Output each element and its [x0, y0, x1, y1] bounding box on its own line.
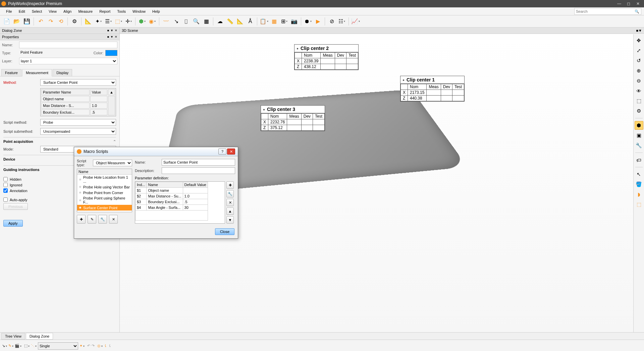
compass-icon[interactable]: Å: [246, 17, 255, 26]
clapper-icon[interactable]: 🎬: [15, 344, 21, 348]
freehand-icon[interactable]: 〰: [161, 17, 171, 26]
magnify-icon[interactable]: 🔍: [192, 17, 201, 26]
sphere-icon[interactable]: ◉: [148, 17, 157, 26]
name-input[interactable]: [19, 42, 117, 48]
edit-script-button[interactable]: ✎: [88, 215, 96, 224]
mode-select-bottom[interactable]: Single: [38, 342, 78, 350]
down-param-button[interactable]: ▼: [226, 216, 234, 224]
callout-clip-center-1[interactable]: Clip center 1 NomMeasDevTest X2173.15 Z4…: [400, 76, 465, 102]
dialog-close-button[interactable]: ✕: [227, 149, 235, 155]
edit-tool-icon[interactable]: ✎: [8, 344, 13, 348]
dots-icon[interactable]: ⋱: [31, 344, 37, 348]
menu-view[interactable]: View: [45, 8, 60, 15]
filter-icon[interactable]: ⬚: [24, 344, 30, 348]
section-icon[interactable]: ⌷: [181, 17, 191, 26]
record-icon[interactable]: ⏺: [303, 17, 313, 26]
camera-icon[interactable]: 📷: [289, 17, 299, 26]
spark-icon[interactable]: ✦: [79, 344, 85, 348]
arm2-icon[interactable]: ⤹: [108, 344, 111, 348]
zoom-out-icon[interactable]: ⊖: [635, 76, 643, 85]
param-def-table[interactable]: Ind...NameDefault Value $1Object name $2…: [135, 181, 225, 224]
previous-button[interactable]: Previous: [3, 203, 28, 210]
options-icon[interactable]: ⚙: [70, 17, 79, 26]
script-item[interactable]: ★Probe Hole using Vector Bar: [77, 184, 132, 190]
play-icon[interactable]: ▶: [313, 17, 323, 26]
panel-dropdown-icon[interactable]: ▼: [110, 29, 113, 32]
panel-pin-icon[interactable]: ■: [636, 28, 638, 33]
snapshot-icon[interactable]: ▦: [269, 17, 279, 26]
script-submethod-select[interactable]: Uncompensated: [40, 128, 116, 135]
redo-icon[interactable]: ↷: [46, 17, 55, 26]
autoapply-checkbox[interactable]: [3, 197, 8, 202]
refresh-icon[interactable]: ⟲: [56, 17, 65, 26]
crop-icon[interactable]: ⬚: [635, 200, 643, 209]
callout-clip-center-2[interactable]: Clip center 2 NomMeasDevTest X2238.39 Z4…: [294, 44, 359, 70]
menu-report[interactable]: Report: [96, 8, 114, 15]
apply-button[interactable]: Apply: [3, 220, 23, 227]
new-icon[interactable]: 📄: [2, 17, 11, 26]
hidden-checkbox[interactable]: [3, 177, 8, 181]
save-icon[interactable]: 💾: [22, 17, 32, 26]
cloud-icon[interactable]: ☁: [215, 17, 225, 26]
measure-dist-icon[interactable]: ↘: [171, 17, 181, 26]
fit-icon[interactable]: ⤢: [635, 46, 643, 55]
method-select[interactable]: Surface Center Point: [40, 79, 116, 86]
add-param-button[interactable]: ✚: [226, 181, 234, 189]
open-icon[interactable]: 📂: [12, 17, 21, 26]
script-list[interactable]: Name ★Probe Hole Location from 1 ... ★Pr…: [77, 169, 132, 212]
chart-icon[interactable]: 📈: [351, 17, 360, 26]
panel-dropdown-icon[interactable]: ▼: [638, 28, 642, 33]
zoom-in-icon[interactable]: ⊕: [635, 66, 643, 75]
align-icon[interactable]: ✦: [94, 17, 103, 26]
shaded-icon[interactable]: ⬢: [635, 121, 643, 130]
menu-tools[interactable]: Tools: [114, 8, 129, 15]
callout-clip-center-3[interactable]: Clip center 3 NomMeasDevTest X2232.76 Z3…: [261, 105, 325, 131]
script-item[interactable]: ★Probe Point from Corner: [77, 190, 132, 195]
probe2-icon[interactable]: 📐: [235, 17, 245, 26]
undo-icon[interactable]: ↶: [36, 17, 45, 26]
panel-pin-icon[interactable]: ■: [107, 29, 109, 32]
grid-icon[interactable]: ⊞: [279, 17, 289, 26]
menu-align[interactable]: Align: [60, 8, 75, 15]
pointer-icon[interactable]: ↖: [635, 170, 643, 179]
minimize-button[interactable]: —: [614, 1, 624, 6]
tab-feature[interactable]: Feature: [1, 69, 21, 76]
arm1-icon[interactable]: ⤹: [104, 344, 107, 348]
menu-help[interactable]: Help: [149, 8, 163, 15]
script-type-select[interactable]: Object Measurem: [93, 160, 132, 166]
search-input[interactable]: [574, 8, 641, 15]
ignored-checkbox[interactable]: [3, 183, 8, 187]
color-swatch[interactable]: [105, 50, 117, 56]
menu-window[interactable]: Window: [129, 8, 149, 15]
panel-pin-icon[interactable]: ■: [107, 35, 109, 39]
script-item-selected[interactable]: ★Surface Center Point: [77, 205, 132, 211]
edit-param-button[interactable]: 🔧: [226, 190, 234, 197]
rotate-icon[interactable]: ↺: [635, 56, 643, 65]
stop-icon[interactable]: ⊘: [327, 17, 336, 26]
script-item[interactable]: ★Probe Point using Sphere F...: [77, 195, 132, 205]
visibility-icon[interactable]: 👁: [635, 86, 643, 95]
panel-dropdown-icon[interactable]: ▼: [110, 35, 113, 39]
probe-tool-icon[interactable]: ↘: [2, 344, 7, 348]
script-list-icon[interactable]: ☷: [337, 17, 346, 26]
delete-script-button[interactable]: ✕: [109, 215, 118, 224]
wireframe-icon[interactable]: ▣: [635, 131, 643, 140]
close-button[interactable]: Close: [215, 228, 234, 235]
back-icon[interactable]: ↶: [87, 344, 90, 348]
modal-name-input[interactable]: [162, 159, 235, 166]
report-icon[interactable]: 📋: [259, 17, 269, 26]
script-item[interactable]: ★Probe Hole Location from 1 ...: [77, 175, 132, 184]
view-cube-icon[interactable]: ⬚: [635, 97, 643, 105]
close-window-button[interactable]: ✕: [633, 1, 643, 6]
import-icon[interactable]: 📐: [84, 17, 93, 26]
tab-dialog-zone[interactable]: Dialog Zone: [26, 333, 53, 340]
probe1-icon[interactable]: 📏: [225, 17, 235, 26]
fwd-icon[interactable]: ↷: [92, 344, 95, 348]
add-script-button[interactable]: ✚: [77, 215, 86, 224]
list-icon[interactable]: ☰: [104, 17, 113, 26]
panel-close-icon[interactable]: ✕: [115, 29, 117, 32]
collapse-icon[interactable]: ⌃: [113, 139, 116, 144]
tab-tree-view[interactable]: Tree View: [1, 333, 25, 340]
tab-display[interactable]: Display: [53, 69, 72, 76]
script-method-select[interactable]: Probe: [40, 119, 116, 126]
